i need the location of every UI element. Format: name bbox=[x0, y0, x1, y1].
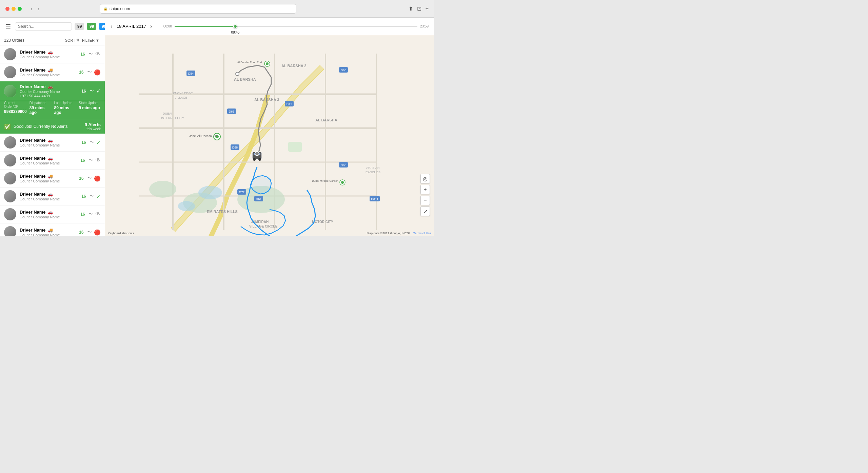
status-icon: 🔴 bbox=[94, 69, 101, 76]
zoom-in-button[interactable]: + bbox=[420, 185, 430, 194]
driver-company: Courier Company Name bbox=[20, 143, 81, 147]
status-icon: ✓ bbox=[96, 139, 101, 146]
browser-chrome: ‹ › 🔒 shipox.com ⬆ ⊡ + bbox=[0, 0, 434, 18]
badge-green: 99 bbox=[87, 23, 96, 30]
location-button[interactable]: ◎ bbox=[420, 174, 430, 183]
driver-info: Driver Name 🚚 Courier Company Name bbox=[20, 67, 78, 77]
close-button[interactable] bbox=[5, 7, 9, 11]
minimize-button[interactable] bbox=[12, 7, 16, 11]
driver-info: Driver Name 🚗 Courier Company Name bbox=[20, 156, 80, 165]
browser-actions: ⬆ ⊡ + bbox=[409, 5, 429, 12]
driver-item[interactable]: Driver Name 🚚 Courier Company Name 16 〜 … bbox=[0, 170, 105, 188]
driver-actions: 〜 🔴 bbox=[87, 175, 101, 182]
time-start: 00:00 bbox=[163, 24, 172, 28]
driver-order-count: 16 bbox=[81, 89, 87, 94]
forward-button[interactable]: › bbox=[36, 4, 41, 13]
sort-button[interactable]: SORT ⇅ bbox=[64, 37, 81, 43]
avatar bbox=[4, 172, 16, 184]
timeline-track[interactable]: 08:45 bbox=[175, 26, 417, 27]
terms-link[interactable]: Terms of Use bbox=[413, 232, 431, 235]
stat-state-update: State Update 9 mins ago bbox=[79, 101, 101, 115]
vehicle-icon: 🚗 bbox=[48, 50, 53, 55]
driver-name: Driver Name bbox=[20, 192, 46, 197]
vehicle-icon: 🚗 bbox=[48, 138, 53, 143]
avatar bbox=[4, 136, 16, 149]
zoom-out-button[interactable]: − bbox=[420, 196, 430, 205]
filter-button[interactable]: FILTER ▼ bbox=[81, 38, 101, 43]
date-nav: ‹ 18 APRIL 2017 › bbox=[105, 23, 158, 30]
trend-icon: 〜 bbox=[87, 69, 92, 75]
driver-item-active[interactable]: Driver Name 🚗 Courier Company Name +971 … bbox=[0, 81, 105, 101]
svg-point-36 bbox=[341, 181, 344, 184]
sidebar: ☰ 99 99 99 99 123 Orders SORT ⇅ FILTER ▼… bbox=[0, 18, 105, 236]
driver-company: Courier Company Name bbox=[20, 73, 78, 77]
driver-info: Driver Name 🚗 Courier Company Name +971 … bbox=[20, 84, 81, 98]
avatar bbox=[4, 154, 16, 166]
maximize-button[interactable] bbox=[18, 7, 22, 11]
driver-order-count: 16 bbox=[78, 70, 84, 75]
svg-text:AL BARSHA: AL BARSHA bbox=[234, 77, 256, 81]
stat-last-update: Last Update 89 mins ago bbox=[54, 101, 76, 115]
driver-name: Driver Name bbox=[20, 228, 46, 233]
timeline-thumb[interactable] bbox=[233, 24, 237, 28]
trend-icon: 〜 bbox=[87, 229, 92, 235]
trend-icon: 〜 bbox=[88, 157, 93, 163]
svg-point-33 bbox=[266, 62, 269, 65]
top-bar: ☰ 99 99 99 99 bbox=[0, 18, 105, 35]
driver-actions: 〜 ✓ bbox=[90, 88, 101, 94]
driver-item[interactable]: Driver Name 🚗 Courier Company Name 16 〜 … bbox=[0, 152, 105, 170]
menu-button[interactable]: ☰ bbox=[4, 21, 12, 32]
driver-company: Courier Company Name bbox=[20, 161, 80, 165]
alert-bar[interactable]: ✅ Good Job! Currently No Alerts 9 Alerts… bbox=[0, 119, 105, 134]
share-button[interactable]: ⬆ bbox=[409, 5, 413, 12]
trend-icon: 〜 bbox=[90, 139, 94, 145]
prev-date-button[interactable]: ‹ bbox=[111, 23, 113, 30]
driver-item[interactable]: Driver Name 🚚 Courier Company Name 16 〜 … bbox=[0, 223, 105, 236]
driver-actions: 〜 🔴 bbox=[87, 69, 101, 76]
nav-buttons: ‹ › bbox=[28, 4, 42, 13]
driver-item[interactable]: Driver Name 🚗 Courier Company Name 16 〜 … bbox=[0, 45, 105, 63]
driver-item[interactable]: Driver Name 🚚 Courier Company Name 16 〜 … bbox=[0, 63, 105, 81]
address-bar[interactable]: 🔒 shipox.com bbox=[100, 4, 296, 14]
driver-info: Driver Name 🚗 Courier Company Name bbox=[20, 210, 80, 219]
driver-item[interactable]: Driver Name 🚗 Courier Company Name 16 〜 … bbox=[0, 188, 105, 205]
svg-text:VILLAGE: VILLAGE bbox=[175, 96, 188, 99]
svg-text:INTERNET CITY: INTERNET CITY bbox=[161, 116, 184, 120]
driver-actions: 〜 ✓ bbox=[90, 139, 101, 146]
driver-item[interactable]: Driver Name 🚗 Courier Company Name 16 〜 … bbox=[0, 134, 105, 152]
url-text: shipox.com bbox=[110, 6, 130, 11]
driver-order-count: 16 bbox=[78, 230, 84, 235]
orders-bar: 123 Orders SORT ⇅ FILTER ▼ bbox=[0, 35, 105, 45]
avatar bbox=[4, 85, 16, 97]
next-date-button[interactable]: › bbox=[150, 23, 152, 30]
timeline[interactable]: 00:00 08:45 23:59 bbox=[158, 24, 434, 28]
timeline-progress bbox=[175, 26, 235, 27]
map-view[interactable]: AL BARSHA 2 AL BARSHA AL BARSHA 3 AL BAR… bbox=[105, 35, 434, 236]
fullscreen-button[interactable]: ⊡ bbox=[417, 5, 421, 12]
status-icon: 👁 bbox=[95, 51, 101, 57]
new-tab-button[interactable]: + bbox=[426, 5, 429, 12]
status-icon: 👁 bbox=[95, 211, 101, 217]
vehicle-icon: 🚗 bbox=[48, 84, 53, 89]
driver-order-count: 16 bbox=[80, 212, 86, 217]
expand-button[interactable]: ⤢ bbox=[420, 206, 430, 216]
driver-actions: 〜 👁 bbox=[88, 51, 101, 57]
miracle-garden-pin bbox=[340, 180, 345, 185]
driver-item[interactable]: Driver Name 🚗 Courier Company Name 16 〜 … bbox=[0, 205, 105, 223]
trend-icon: 〜 bbox=[90, 193, 94, 199]
status-icon: 👁 bbox=[95, 157, 101, 163]
driver-info: Driver Name 🚚 Courier Company Name bbox=[20, 228, 78, 236]
status-icon: ✓ bbox=[96, 193, 101, 200]
search-input[interactable] bbox=[15, 22, 72, 31]
trend-icon: 〜 bbox=[87, 175, 92, 181]
driver-actions: 〜 👁 bbox=[88, 157, 101, 163]
driver-name: Driver Name bbox=[20, 50, 46, 55]
driver-list: Driver Name 🚗 Courier Company Name 16 〜 … bbox=[0, 45, 105, 236]
back-button[interactable]: ‹ bbox=[28, 4, 34, 13]
keyboard-shortcuts[interactable]: Keyboard shortcuts bbox=[108, 232, 134, 235]
status-icon: 🔴 bbox=[94, 175, 101, 182]
driver-name: Driver Name bbox=[20, 210, 46, 215]
driver-name: Driver Name bbox=[20, 67, 46, 73]
svg-text:ARABIAN: ARABIAN bbox=[366, 166, 380, 170]
trend-icon: 〜 bbox=[88, 51, 93, 57]
